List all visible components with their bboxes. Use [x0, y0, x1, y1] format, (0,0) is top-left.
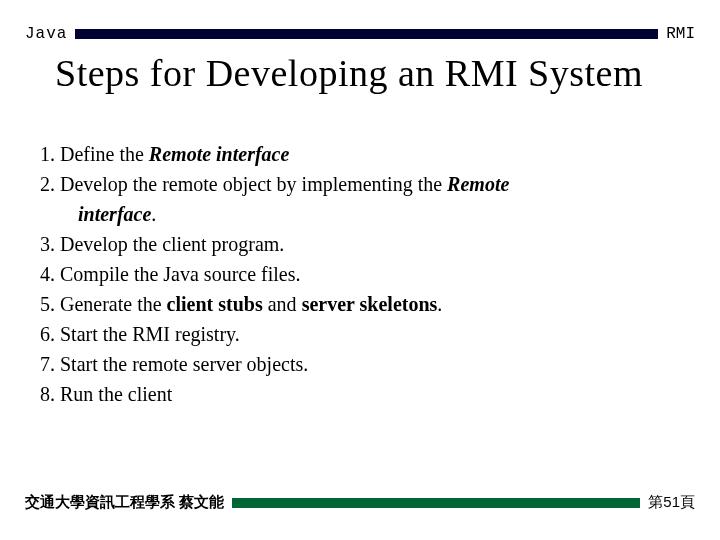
step-emph: server skeletons	[302, 293, 438, 315]
step-2: 2. Develop the remote object by implemen…	[40, 170, 680, 199]
step-text: 1. Define the	[40, 143, 149, 165]
step-3: 3. Develop the client program.	[40, 230, 680, 259]
header-right-label: RMI	[666, 25, 695, 43]
header-left-label: Java	[25, 25, 67, 43]
step-text: 5. Generate the	[40, 293, 167, 315]
step-8: 8. Run the client	[40, 380, 680, 409]
step-emph: interface	[78, 203, 151, 225]
step-2-cont: interface.	[40, 200, 680, 229]
header-bar-row: Java RMI	[0, 0, 720, 43]
step-text: 2. Develop the remote object by implemen…	[40, 173, 447, 195]
step-7: 7. Start the remote server objects.	[40, 350, 680, 379]
step-text: .	[151, 203, 156, 225]
step-4: 4. Compile the Java source files.	[40, 260, 680, 289]
step-5: 5. Generate the client stubs and server …	[40, 290, 680, 319]
footer-left-label: 交通大學資訊工程學系 蔡文能	[25, 493, 224, 512]
step-emph: Remote interface	[149, 143, 290, 165]
step-text: .	[437, 293, 442, 315]
step-emph: Remote	[447, 173, 509, 195]
footer-rule	[232, 498, 640, 508]
steps-list: 1. Define the Remote interface 2. Develo…	[0, 95, 720, 409]
step-6: 6. Start the RMI registry.	[40, 320, 680, 349]
page-title: Steps for Developing an RMI System	[0, 43, 720, 95]
footer-page-number: 第51頁	[648, 493, 695, 512]
step-text: and	[263, 293, 302, 315]
header-rule	[75, 29, 658, 39]
footer-bar-row: 交通大學資訊工程學系 蔡文能 第51頁	[0, 493, 720, 512]
step-emph: client stubs	[167, 293, 263, 315]
step-1: 1. Define the Remote interface	[40, 140, 680, 169]
